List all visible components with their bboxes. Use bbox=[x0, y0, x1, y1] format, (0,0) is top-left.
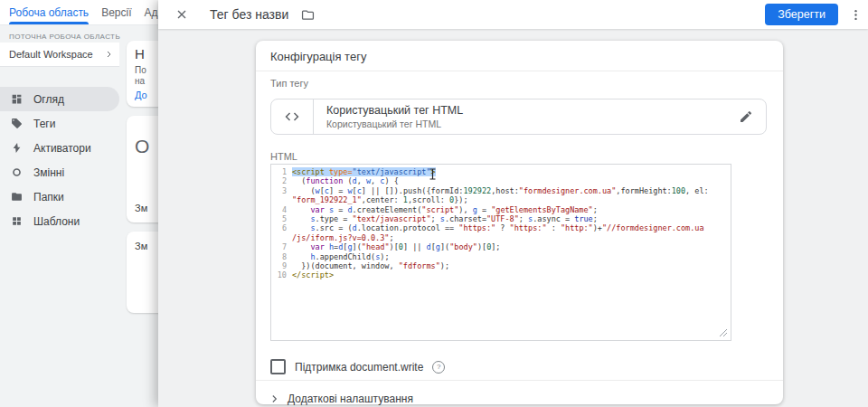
gtm-app: Робоча область Версії Адмін ПОТОЧНА РОБО… bbox=[0, 0, 868, 407]
chevron-right-icon bbox=[268, 393, 280, 405]
workspace-name: Default Workspace bbox=[9, 49, 93, 60]
sidebar-item-label: Папки bbox=[33, 191, 64, 204]
sidebar-item-label: Активатори bbox=[33, 142, 91, 155]
close-icon[interactable] bbox=[174, 6, 190, 23]
tab-versions[interactable]: Версії bbox=[101, 0, 131, 24]
move-to-folder-icon[interactable] bbox=[301, 8, 315, 22]
sidebar-item-triggers[interactable]: Активатори bbox=[0, 136, 119, 160]
document-write-label: Підтримка document.write bbox=[295, 361, 423, 374]
kebab-menu-icon[interactable] bbox=[847, 6, 863, 23]
background-card-heading: Н bbox=[135, 46, 145, 62]
code-line: "form_192922_1",center: 1,scroll: 0}); bbox=[271, 195, 731, 204]
document-write-checkbox[interactable] bbox=[270, 359, 286, 374]
folder-icon bbox=[11, 191, 23, 203]
templates-icon bbox=[11, 215, 23, 227]
advanced-settings-toggle[interactable]: Додаткові налаштування bbox=[268, 387, 413, 407]
code-line: 1<script type="text/javascript"> bbox=[271, 167, 731, 176]
card-title: Конфігурація тегу bbox=[270, 50, 366, 63]
code-line: /js/iform.js?v=0.0.3"; bbox=[271, 233, 731, 242]
sidebar-item-label: Змінні bbox=[33, 166, 64, 179]
current-workspace-caption: ПОТОЧНА РОБОЧА ОБЛАСТЬ bbox=[9, 33, 120, 41]
sidebar-item-tags[interactable]: Теги bbox=[0, 111, 119, 136]
text-cursor-icon bbox=[429, 168, 437, 180]
sidebar-item-variables[interactable]: Змінні bbox=[0, 160, 119, 185]
html-field-label: HTML bbox=[270, 151, 297, 162]
divider bbox=[256, 380, 783, 381]
sidebar-item-label: Огляд bbox=[33, 93, 64, 106]
tab-workspace-label: Робоча область bbox=[9, 6, 89, 19]
code-line: 10</script> bbox=[271, 270, 731, 279]
code-line: 6 s.src = (d.location.protocol == "https… bbox=[271, 223, 731, 232]
tag-icon bbox=[11, 118, 23, 129]
document-write-row: Підтримка document.write ? bbox=[270, 359, 445, 374]
tag-type-selector[interactable]: Користувацький тег HTML Користувацький т… bbox=[270, 99, 767, 135]
code-line: 3 (w[c] = w[c] || []).push({formId:19292… bbox=[271, 186, 731, 195]
drawer-body: Конфігурація тегу Тип тегу Користувацьки… bbox=[158, 29, 868, 407]
trigger-icon bbox=[11, 142, 23, 154]
background-card-link[interactable]: До bbox=[135, 90, 147, 100]
variables-icon bbox=[11, 166, 23, 178]
code-line: 5 s.type = "text/javascript"; s.charset=… bbox=[271, 214, 731, 223]
sidebar-item-templates[interactable]: Шаблони bbox=[0, 209, 119, 233]
sidebar-item-folders[interactable]: Папки bbox=[0, 185, 119, 209]
tag-type-text: Користувацький тег HTML Користувацький т… bbox=[314, 104, 739, 129]
background-card-text: Зм bbox=[135, 203, 147, 213]
tag-title: Тег без назви bbox=[210, 7, 288, 22]
background-card-text: По bbox=[135, 65, 146, 75]
html-code-editor[interactable]: 1<script type="text/javascript">2 (funct… bbox=[270, 164, 731, 341]
code-rows: 1<script type="text/javascript">2 (funct… bbox=[271, 165, 731, 280]
code-line: 9 })(document, window, "fdforms"); bbox=[271, 261, 731, 270]
resize-handle-icon[interactable] bbox=[719, 328, 728, 337]
sidebar-item-label: Теги bbox=[33, 118, 55, 130]
overview-icon bbox=[11, 93, 23, 105]
edit-pencil-icon[interactable] bbox=[739, 109, 753, 124]
help-icon[interactable]: ? bbox=[432, 361, 445, 374]
tab-workspace[interactable]: Робоча область bbox=[9, 0, 89, 24]
background-card-heading: О bbox=[135, 136, 149, 157]
advanced-settings-label: Додаткові налаштування bbox=[288, 393, 413, 405]
code-line: 8 h.appendChild(s); bbox=[271, 252, 731, 261]
tag-type-label: Тип тегу bbox=[270, 78, 308, 89]
code-line: 4 var s = d.createElement("script"), g =… bbox=[271, 205, 731, 214]
workspace-selector[interactable]: Default Workspace bbox=[0, 43, 119, 67]
code-line: 7 var h=d[g]("head")[0] || d[g]("body")[… bbox=[271, 242, 731, 251]
tab-versions-label: Версії bbox=[101, 6, 131, 19]
code-brackets-icon bbox=[271, 99, 314, 134]
tag-editor-drawer: Тег без назви Зберегти Конфігурація тегу… bbox=[158, 0, 868, 407]
drawer-header: Тег без назви Зберегти bbox=[158, 0, 868, 29]
tag-type-description: Користувацький тег HTML bbox=[326, 118, 739, 129]
tag-type-name: Користувацький тег HTML bbox=[326, 104, 739, 117]
divider bbox=[256, 71, 783, 71]
tag-configuration-card: Конфігурація тегу Тип тегу Користувацьки… bbox=[256, 41, 783, 404]
code-line: 2 (function (d, w, c) { bbox=[271, 176, 731, 185]
chevron-right-icon bbox=[103, 49, 114, 60]
save-button[interactable]: Зберегти bbox=[765, 4, 838, 25]
background-card-text: на bbox=[135, 76, 145, 86]
sidebar-item-label: Шаблони bbox=[33, 215, 80, 228]
background-card-text: Зм bbox=[135, 241, 147, 251]
sidebar-item-overview[interactable]: Огляд bbox=[0, 87, 119, 111]
sidebar: Огляд Теги Активатори Змінні Папки Шабло… bbox=[0, 87, 119, 233]
